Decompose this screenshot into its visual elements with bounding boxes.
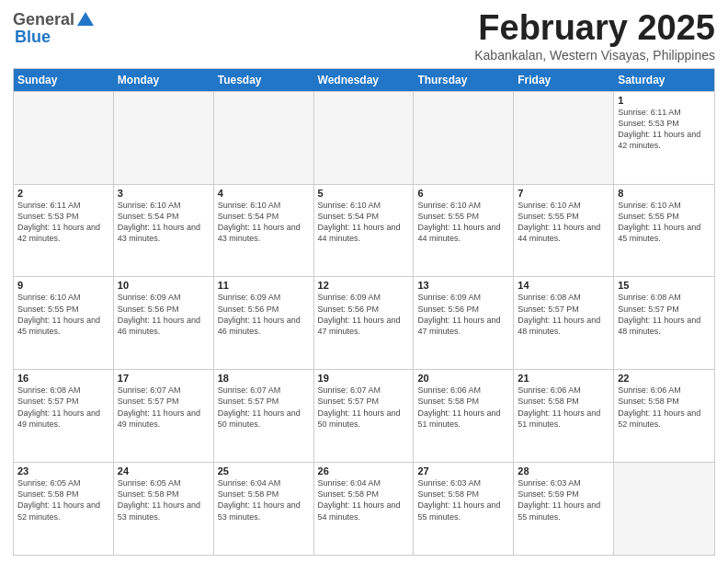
calendar-row-3: 9Sunrise: 6:10 AM Sunset: 5:55 PM Daylig… xyxy=(14,276,714,369)
calendar-cell: 27Sunrise: 6:03 AM Sunset: 5:58 PM Dayli… xyxy=(414,463,514,555)
cell-info: Sunrise: 6:10 AM Sunset: 5:55 PM Dayligh… xyxy=(518,200,609,245)
cell-info: Sunrise: 6:03 AM Sunset: 5:58 PM Dayligh… xyxy=(417,477,509,523)
calendar-cell: 10Sunrise: 6:09 AM Sunset: 5:56 PM Dayli… xyxy=(114,277,214,369)
calendar-row-4: 16Sunrise: 6:08 AM Sunset: 5:57 PM Dayli… xyxy=(14,369,714,462)
day-number: 8 xyxy=(618,188,711,199)
header-day-wednesday: Wednesday xyxy=(314,69,415,91)
day-number: 19 xyxy=(318,373,410,384)
title-area: February 2025 Kabankalan, Western Visaya… xyxy=(474,9,715,63)
cell-info: Sunrise: 6:11 AM Sunset: 5:53 PM Dayligh… xyxy=(17,200,109,245)
calendar-cell: 9Sunrise: 6:10 AM Sunset: 5:55 PM Daylig… xyxy=(14,277,114,369)
calendar-cell: 1Sunrise: 6:11 AM Sunset: 5:53 PM Daylig… xyxy=(614,92,714,184)
cell-info: Sunrise: 6:07 AM Sunset: 5:57 PM Dayligh… xyxy=(318,385,410,430)
cell-info: Sunrise: 6:04 AM Sunset: 5:58 PM Dayligh… xyxy=(318,477,410,523)
cell-info: Sunrise: 6:08 AM Sunset: 5:57 PM Dayligh… xyxy=(618,292,711,337)
calendar-cell xyxy=(614,463,714,555)
calendar: SundayMondayTuesdayWednesdayThursdayFrid… xyxy=(13,68,715,556)
day-number: 22 xyxy=(618,373,711,384)
header-day-sunday: Sunday xyxy=(14,69,114,91)
calendar-cell: 4Sunrise: 6:10 AM Sunset: 5:54 PM Daylig… xyxy=(214,185,314,277)
day-number: 23 xyxy=(17,465,109,477)
logo-icon xyxy=(75,9,96,29)
calendar-cell: 19Sunrise: 6:07 AM Sunset: 5:57 PM Dayli… xyxy=(314,370,415,462)
cell-info: Sunrise: 6:05 AM Sunset: 5:58 PM Dayligh… xyxy=(118,477,210,523)
logo-general-text: General xyxy=(13,11,74,28)
calendar-cell: 18Sunrise: 6:07 AM Sunset: 5:57 PM Dayli… xyxy=(214,370,314,462)
cell-info: Sunrise: 6:05 AM Sunset: 5:58 PM Dayligh… xyxy=(17,477,109,523)
calendar-cell: 17Sunrise: 6:07 AM Sunset: 5:57 PM Dayli… xyxy=(114,370,214,462)
calendar-cell: 23Sunrise: 6:05 AM Sunset: 5:58 PM Dayli… xyxy=(14,463,114,555)
svg-marker-0 xyxy=(77,12,94,26)
day-number: 16 xyxy=(17,373,109,384)
day-number: 20 xyxy=(417,373,509,384)
cell-info: Sunrise: 6:08 AM Sunset: 5:57 PM Dayligh… xyxy=(518,292,609,337)
calendar-cell xyxy=(14,92,114,184)
header-day-thursday: Thursday xyxy=(414,69,514,91)
day-number: 10 xyxy=(118,280,210,291)
calendar-cell: 6Sunrise: 6:10 AM Sunset: 5:55 PM Daylig… xyxy=(414,185,514,277)
day-number: 3 xyxy=(118,188,210,199)
day-number: 26 xyxy=(318,465,410,477)
month-title: February 2025 xyxy=(474,9,715,48)
calendar-cell: 26Sunrise: 6:04 AM Sunset: 5:58 PM Dayli… xyxy=(314,463,415,555)
calendar-cell: 28Sunrise: 6:03 AM Sunset: 5:59 PM Dayli… xyxy=(514,463,614,555)
calendar-row-5: 23Sunrise: 6:05 AM Sunset: 5:58 PM Dayli… xyxy=(14,462,714,555)
calendar-row-1: 1Sunrise: 6:11 AM Sunset: 5:53 PM Daylig… xyxy=(14,91,714,184)
day-number: 25 xyxy=(218,465,310,477)
header-day-monday: Monday xyxy=(114,69,214,91)
day-number: 9 xyxy=(17,280,109,291)
cell-info: Sunrise: 6:03 AM Sunset: 5:59 PM Dayligh… xyxy=(518,477,609,523)
header-day-saturday: Saturday xyxy=(614,69,714,91)
cell-info: Sunrise: 6:09 AM Sunset: 5:56 PM Dayligh… xyxy=(417,292,509,337)
calendar-cell xyxy=(514,92,614,184)
day-number: 15 xyxy=(618,280,711,291)
cell-info: Sunrise: 6:06 AM Sunset: 5:58 PM Dayligh… xyxy=(518,385,609,430)
logo: General xyxy=(13,9,96,29)
calendar-cell: 21Sunrise: 6:06 AM Sunset: 5:58 PM Dayli… xyxy=(514,370,614,462)
header-day-friday: Friday xyxy=(514,69,614,91)
calendar-header: SundayMondayTuesdayWednesdayThursdayFrid… xyxy=(14,69,714,91)
day-number: 17 xyxy=(118,373,210,384)
calendar-cell: 16Sunrise: 6:08 AM Sunset: 5:57 PM Dayli… xyxy=(14,370,114,462)
cell-info: Sunrise: 6:09 AM Sunset: 5:56 PM Dayligh… xyxy=(318,292,410,337)
cell-info: Sunrise: 6:11 AM Sunset: 5:53 PM Dayligh… xyxy=(618,107,711,152)
cell-info: Sunrise: 6:08 AM Sunset: 5:57 PM Dayligh… xyxy=(17,385,109,430)
day-number: 12 xyxy=(318,280,410,291)
header: General Blue February 2025 Kabankalan, W… xyxy=(13,9,715,63)
cell-info: Sunrise: 6:10 AM Sunset: 5:55 PM Dayligh… xyxy=(17,292,109,337)
cell-info: Sunrise: 6:10 AM Sunset: 5:54 PM Dayligh… xyxy=(218,200,310,245)
day-number: 6 xyxy=(417,188,509,199)
day-number: 4 xyxy=(218,188,310,199)
day-number: 18 xyxy=(218,373,310,384)
calendar-cell: 11Sunrise: 6:09 AM Sunset: 5:56 PM Dayli… xyxy=(214,277,314,369)
logo-blue-text: Blue xyxy=(15,28,51,47)
calendar-cell: 3Sunrise: 6:10 AM Sunset: 5:54 PM Daylig… xyxy=(114,185,214,277)
cell-info: Sunrise: 6:07 AM Sunset: 5:57 PM Dayligh… xyxy=(118,385,210,430)
cell-info: Sunrise: 6:06 AM Sunset: 5:58 PM Dayligh… xyxy=(417,385,509,430)
cell-info: Sunrise: 6:10 AM Sunset: 5:54 PM Dayligh… xyxy=(318,200,410,245)
day-number: 11 xyxy=(218,280,310,291)
cell-info: Sunrise: 6:04 AM Sunset: 5:58 PM Dayligh… xyxy=(218,477,310,523)
calendar-cell: 13Sunrise: 6:09 AM Sunset: 5:56 PM Dayli… xyxy=(414,277,514,369)
header-day-tuesday: Tuesday xyxy=(214,69,314,91)
calendar-cell: 7Sunrise: 6:10 AM Sunset: 5:55 PM Daylig… xyxy=(514,185,614,277)
day-number: 28 xyxy=(518,465,609,477)
day-number: 13 xyxy=(417,280,509,291)
page: General Blue February 2025 Kabankalan, W… xyxy=(0,0,728,563)
calendar-cell xyxy=(214,92,314,184)
calendar-cell xyxy=(314,92,415,184)
cell-info: Sunrise: 6:06 AM Sunset: 5:58 PM Dayligh… xyxy=(618,385,711,430)
calendar-cell: 5Sunrise: 6:10 AM Sunset: 5:54 PM Daylig… xyxy=(314,185,415,277)
calendar-cell: 15Sunrise: 6:08 AM Sunset: 5:57 PM Dayli… xyxy=(614,277,714,369)
calendar-body: 1Sunrise: 6:11 AM Sunset: 5:53 PM Daylig… xyxy=(14,91,714,555)
cell-info: Sunrise: 6:10 AM Sunset: 5:55 PM Dayligh… xyxy=(417,200,509,245)
calendar-cell: 24Sunrise: 6:05 AM Sunset: 5:58 PM Dayli… xyxy=(114,463,214,555)
calendar-cell: 20Sunrise: 6:06 AM Sunset: 5:58 PM Dayli… xyxy=(414,370,514,462)
day-number: 27 xyxy=(417,465,509,477)
day-number: 1 xyxy=(618,95,711,106)
calendar-cell: 25Sunrise: 6:04 AM Sunset: 5:58 PM Dayli… xyxy=(214,463,314,555)
calendar-cell xyxy=(114,92,214,184)
cell-info: Sunrise: 6:07 AM Sunset: 5:57 PM Dayligh… xyxy=(218,385,310,430)
calendar-row-2: 2Sunrise: 6:11 AM Sunset: 5:53 PM Daylig… xyxy=(14,184,714,277)
day-number: 5 xyxy=(318,188,410,199)
